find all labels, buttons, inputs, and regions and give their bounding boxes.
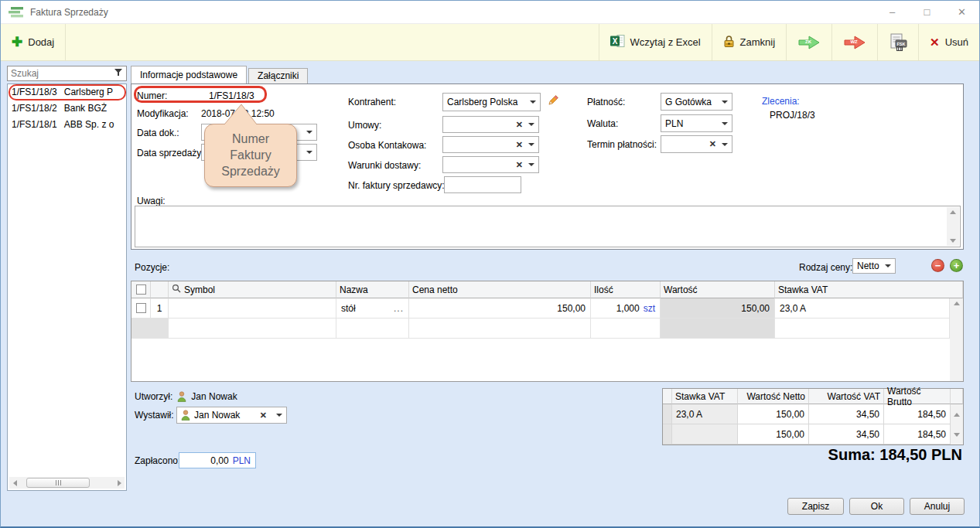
column-header-wartosc[interactable]: Wartość [661,281,775,298]
platnosc-combo[interactable]: G Gotówka [661,93,732,111]
cancel-button[interactable]: Anuluj [910,498,965,515]
zk-arrow-icon: ZK [797,35,821,50]
list-item-invoice-1[interactable]: 1/FS1/18/3Carlsberg P [8,84,126,100]
maximize-button[interactable]: □ [910,1,944,23]
new-row-leader [131,319,169,339]
basic-info-panel: Numer: 1/FS1/18/3 Modyfikacja: 2018-07-0… [131,83,964,250]
positions-scrollbar[interactable] [950,298,963,381]
stawka-vat-cell-empty[interactable] [775,319,950,339]
utworzyl-value: Jan Nowak [191,391,237,402]
currency-link[interactable]: PLN [233,455,251,466]
zk-arrow-button[interactable]: ZK [787,24,831,60]
scroll-up-icon[interactable] [954,301,960,305]
close-document-button[interactable]: Zamknij [712,24,787,60]
row-number-cell: 1 [151,298,169,319]
unit-link[interactable]: szt [644,303,655,314]
delete-button[interactable]: ✕ Usuń [919,24,979,60]
chevron-down-icon [528,163,534,166]
zlecenia-label[interactable]: Zlecenia: [762,96,800,107]
zlecenia-value[interactable]: PROJ/18/3 [770,110,815,121]
clear-icon[interactable]: ✕ [260,410,267,421]
kontrahent-combo[interactable]: Carlsberg Polska [442,93,541,111]
numer-value: 1/FS1/18/3 [209,90,254,101]
cena-netto-cell-empty[interactable] [409,319,591,339]
search-box [7,66,127,81]
clear-icon[interactable]: ✕ [516,120,523,130]
add-position-button[interactable]: + [950,259,963,272]
scroll-up-icon[interactable] [950,210,956,214]
search-input[interactable] [11,68,114,79]
column-header-nazwa[interactable]: Nazwa [336,281,409,298]
vat-scrollbar-up[interactable] [951,404,963,424]
save-button[interactable]: Zapisz [787,498,844,515]
nr-faktury-sprzedawcy-input[interactable] [444,176,521,193]
row-checkbox[interactable] [136,303,146,313]
svg-text:X: X [612,37,617,46]
rodzaj-ceny-combo[interactable]: Netto [852,258,896,274]
nazwa-cell[interactable]: stół ... [336,298,409,319]
wz-arrow-button[interactable]: WZ [832,24,877,60]
symbol-cell[interactable] [169,298,336,319]
scroll-left-icon[interactable] [13,480,17,486]
wystawil-label: Wystawił: [135,410,174,421]
clear-icon[interactable]: ✕ [516,160,523,170]
fiscal-print-button[interactable]: FSK [878,24,918,60]
lock-icon [723,35,735,50]
column-header-ilosc[interactable]: Ilość [591,281,661,298]
excel-icon: X [610,34,625,50]
ellipsis-button[interactable]: ... [394,303,404,314]
ilosc-cell[interactable]: 1,000 szt [591,298,661,319]
close-button[interactable]: ✕ [944,1,979,23]
list-item-invoice-3[interactable]: 1/FS1/18/1ABB Sp. z o [8,117,126,133]
wartosc-cell-empty [661,319,775,339]
uwagi-textarea[interactable] [135,206,961,247]
load-excel-button[interactable]: X Wczytaj z Excel [599,24,712,60]
symbol-cell-empty[interactable] [169,319,336,339]
zaplacono-input[interactable]: 0,00 PLN [179,452,256,468]
vat-scrollbar-down[interactable] [951,424,963,445]
umowy-combo[interactable]: ✕ [442,116,539,133]
uwagi-scrollbar[interactable] [947,207,959,246]
column-header-symbol[interactable]: Symbol [169,281,336,298]
chevron-down-icon [528,143,534,146]
titlebar: Faktura Sprzedaży – □ ✕ [1,1,979,24]
wystawil-combo[interactable]: Jan Nowak ✕ [176,407,287,424]
column-header-cena-netto[interactable]: Cena netto [409,281,591,298]
column-header-stawka-vat[interactable]: Stawka VAT [775,281,963,298]
warunki-dostawy-label: Warunki dostawy: [348,160,421,171]
list-item-invoice-2[interactable]: 1/FS1/18/2Bank BGŻ [8,100,126,117]
osoba-kontaktowa-label: Osoba Kontakowa: [348,140,426,151]
ok-button[interactable]: Ok [849,498,904,515]
select-all-checkbox[interactable] [136,284,146,295]
delete-x-icon: ✕ [930,36,940,48]
vat-row-stawka: 23,0 A [672,404,738,424]
termin-platnosci-combo[interactable]: ✕ [661,135,732,153]
user-icon [177,391,186,402]
minimize-button[interactable]: – [875,1,910,23]
data-sprzedazy-label: Data sprzedaży: [137,148,204,158]
filter-icon[interactable] [114,68,123,79]
ilosc-cell-empty[interactable] [591,319,661,339]
horizontal-scrollbar[interactable] [9,477,125,489]
content-area: 1/FS1/18/3Carlsberg P 1/FS1/18/2Bank BGŻ… [1,61,979,526]
vat-row-vat: 34,50 [809,404,884,424]
nazwa-cell-empty[interactable] [336,319,409,339]
osoba-kontaktowa-combo[interactable]: ✕ [442,136,539,153]
cena-netto-cell[interactable]: 150,00 [409,298,591,319]
wystawil-value: Jan Nowak [194,410,256,421]
scroll-right-icon[interactable] [118,480,121,486]
wz-arrow-icon: WZ [843,35,866,50]
warunki-dostawy-combo[interactable]: ✕ [442,156,539,173]
clear-icon[interactable]: ✕ [709,139,716,149]
edit-pencil-icon[interactable] [548,94,559,108]
remove-position-button[interactable]: − [931,259,944,272]
tab-informacje-podstawowe[interactable]: Informacje podstawowe [131,66,247,83]
scroll-down-icon[interactable] [950,239,956,243]
waluta-combo[interactable]: PLN [661,114,732,132]
wystawil-row: Wystawił: [135,410,174,421]
tab-zalaczniki[interactable]: Załączniki [248,68,308,83]
clear-icon[interactable]: ✕ [516,140,523,150]
add-button[interactable]: ✚ Dodaj [1,24,65,60]
scrollbar-thumb[interactable] [26,478,90,488]
stawka-vat-cell[interactable]: 23,0 A [775,298,950,319]
